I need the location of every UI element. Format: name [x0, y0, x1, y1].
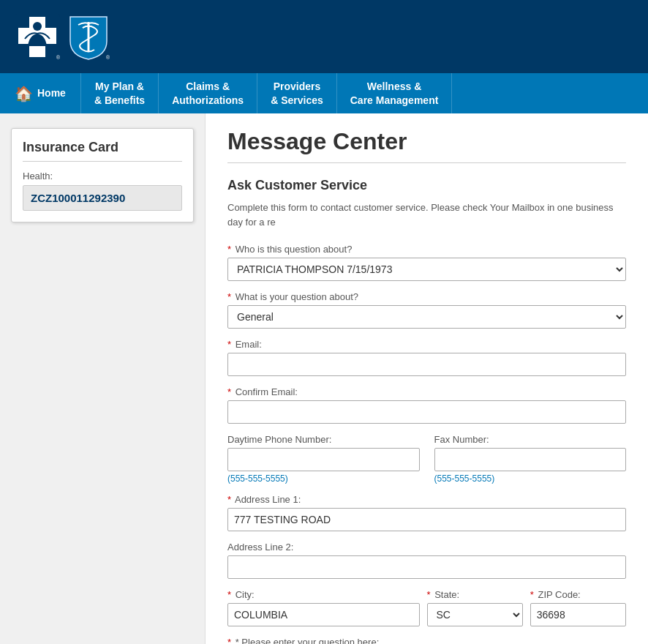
who-question-group: * Who is this question about? PATRICIA T… [227, 244, 626, 281]
nav-home-label: Home [37, 86, 66, 100]
required-star-state: * [427, 589, 431, 600]
email-label: * Email: [227, 339, 626, 350]
blue-shield-logo: ® [67, 13, 110, 61]
intro-text: Complete this form to contact customer s… [227, 201, 626, 229]
required-star-email: * [227, 339, 231, 350]
nav-providers-label: Providers& Services [271, 80, 323, 106]
daytime-phone-placeholder: (555-555-5555) [227, 473, 420, 484]
required-star-address1: * [227, 494, 231, 505]
confirm-email-group: * Confirm Email: [227, 386, 626, 424]
address2-group: Address Line 2: [227, 542, 626, 579]
nav-claims[interactable]: Claims &Authorizations [159, 73, 257, 113]
zip-group: * ZIP Code: [530, 589, 626, 626]
daytime-phone-group: Daytime Phone Number: (555-555-5555) [227, 434, 420, 484]
zip-input[interactable] [530, 603, 626, 626]
page-header: ® ® [0, 0, 648, 73]
insurance-id: ZCZ100011292390 [23, 185, 182, 211]
fax-group: Fax Number: (555-555-5555) [434, 434, 627, 484]
health-label: Health: [23, 171, 182, 181]
zip-label: * ZIP Code: [530, 589, 626, 600]
address1-input[interactable] [227, 508, 626, 531]
nav-providers[interactable]: Providers& Services [257, 73, 337, 113]
main-content: Insurance Card Health: ZCZ100011292390 M… [0, 113, 648, 644]
confirm-email-input[interactable] [227, 400, 626, 424]
what-select[interactable]: General [227, 305, 626, 329]
blue-cross-logo: ® [15, 13, 60, 61]
daytime-phone-input[interactable] [227, 448, 420, 471]
address2-label: Address Line 2: [227, 542, 626, 553]
who-label: * Who is this question about? [227, 244, 626, 255]
main-nav: 🏠 Home My Plan && Benefits Claims &Autho… [0, 73, 648, 113]
city-group: * City: [227, 589, 420, 626]
fax-placeholder: (555-555-5555) [434, 473, 627, 484]
city-label: * City: [227, 589, 420, 600]
svg-text:®: ® [106, 55, 110, 60]
phone-fax-group: Daytime Phone Number: (555-555-5555) Fax… [227, 434, 626, 484]
nav-my-plan-label: My Plan && Benefits [94, 80, 145, 106]
nav-wellness-label: Wellness &Care Management [350, 80, 439, 106]
what-label: * What is your question about? [227, 291, 626, 302]
svg-text:®: ® [56, 55, 60, 60]
state-group: * State: SC ALAKAZAR CACOCTDE FLGAHIID I… [427, 589, 523, 626]
state-label: * State: [427, 589, 523, 600]
insurance-card: Insurance Card Health: ZCZ100011292390 [11, 128, 194, 222]
logo-area: ® ® [15, 13, 110, 61]
message-center-title: Message Center [227, 128, 626, 163]
question-label: * * Please enter your question here: [227, 637, 626, 644]
nav-my-plan[interactable]: My Plan && Benefits [81, 73, 159, 113]
sidebar: Insurance Card Health: ZCZ100011292390 [0, 113, 205, 644]
ask-service-title: Ask Customer Service [227, 178, 626, 193]
city-input[interactable] [227, 603, 420, 626]
required-star-who: * [227, 244, 231, 255]
who-select[interactable]: PATRICIA THOMPSON 7/15/1973 [227, 258, 626, 281]
fax-label: Fax Number: [434, 434, 627, 445]
city-state-zip-group: * City: * State: SC ALAKAZAR CACOCTDE FL… [227, 589, 626, 626]
home-icon: 🏠 [15, 84, 33, 103]
required-star-what: * [227, 291, 231, 302]
required-star-confirm-email: * [227, 386, 231, 397]
nav-home[interactable]: 🏠 Home [0, 73, 81, 113]
state-select[interactable]: SC ALAKAZAR CACOCTDE FLGAHIID ILINIAKS K… [427, 603, 523, 626]
nav-claims-label: Claims &Authorizations [172, 80, 244, 106]
email-group: * Email: [227, 339, 626, 376]
insurance-card-title: Insurance Card [23, 140, 182, 162]
daytime-phone-label: Daytime Phone Number: [227, 434, 420, 445]
email-input[interactable] [227, 353, 626, 376]
required-star-zip: * [530, 589, 534, 600]
question-group: * * Please enter your question here: [227, 637, 626, 644]
required-star-city: * [227, 589, 231, 600]
address1-group: * Address Line 1: [227, 494, 626, 531]
svg-point-3 [33, 22, 42, 31]
address1-label: * Address Line 1: [227, 494, 626, 505]
nav-wellness[interactable]: Wellness &Care Management [337, 73, 453, 113]
confirm-email-label: * Confirm Email: [227, 386, 626, 397]
fax-input[interactable] [434, 448, 627, 471]
what-question-group: * What is your question about? General [227, 291, 626, 329]
address2-input[interactable] [227, 555, 626, 579]
message-center-content: Message Center Ask Customer Service Comp… [205, 113, 648, 644]
required-star-question: * [227, 637, 231, 644]
